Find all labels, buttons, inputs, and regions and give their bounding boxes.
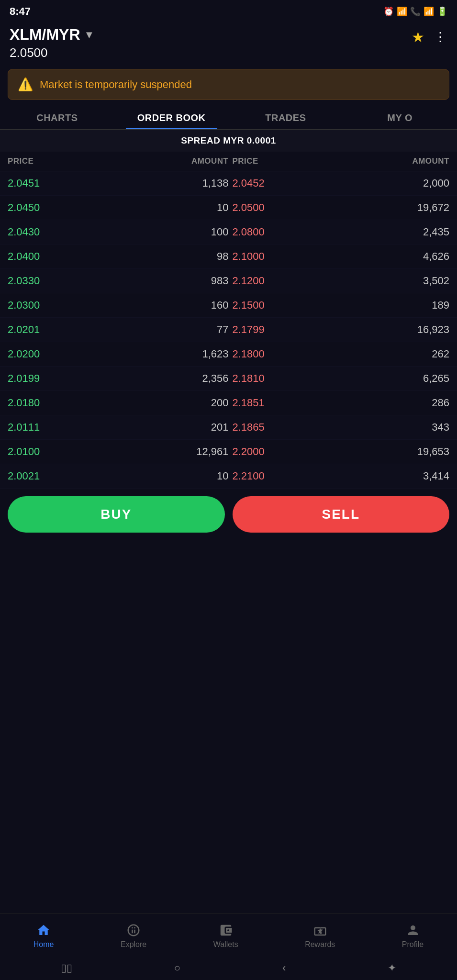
bid-amount-cell: 1,623: [118, 348, 229, 360]
nav-profile-label: Profile: [402, 940, 424, 949]
table-row[interactable]: 2.0330 983 2.1200 3,502: [0, 269, 457, 293]
ask-price-cell: 2.0452: [229, 177, 339, 189]
table-row[interactable]: 2.0200 1,623 2.1800 262: [0, 342, 457, 367]
bid-price-cell: 2.0199: [8, 372, 118, 385]
ask-price-cell: 2.2100: [229, 470, 339, 482]
home-button[interactable]: ○: [174, 962, 180, 974]
tab-trades[interactable]: TRADES: [229, 105, 343, 129]
assist-button[interactable]: ✦: [388, 962, 396, 974]
more-options-icon[interactable]: ⋮: [434, 30, 447, 45]
pair-label: XLM/MYR: [10, 26, 80, 44]
table-row[interactable]: 2.0100 12,961 2.2000 19,653: [0, 440, 457, 464]
status-time: 8:47: [10, 5, 31, 18]
ask-amount-cell: 2,435: [339, 226, 449, 238]
bid-amount-header: AMOUNT: [118, 156, 229, 166]
back-button[interactable]: ‹: [282, 962, 286, 974]
table-row[interactable]: 2.0201 77 2.1799 16,923: [0, 318, 457, 342]
bid-amount-cell: 10: [118, 470, 229, 482]
table-row[interactable]: 2.0450 10 2.0500 19,672: [0, 196, 457, 220]
nav-rewards-label: Rewards: [305, 940, 335, 949]
bid-price-header: PRICE: [8, 156, 118, 166]
tab-myorders[interactable]: MY O: [343, 105, 457, 129]
table-row[interactable]: 2.0111 201 2.1865 343: [0, 415, 457, 440]
bottom-nav: Home Explore Wallets Rewards Profile: [0, 913, 457, 956]
nav-rewards[interactable]: Rewards: [305, 923, 335, 949]
bid-amount-cell: 1,138: [118, 177, 229, 189]
rewards-icon: [313, 923, 327, 937]
table-row[interactable]: 2.0430 100 2.0800 2,435: [0, 220, 457, 245]
bid-amount-cell: 12,961: [118, 445, 229, 458]
tabs-bar: CHARTS ORDER BOOK TRADES MY O: [0, 105, 457, 130]
ask-price-cell: 2.2000: [229, 445, 339, 458]
table-row[interactable]: 2.0180 200 2.1851 286: [0, 391, 457, 415]
ask-amount-cell: 262: [339, 348, 449, 360]
status-icons: ⏰ 📶 📞 📶 🔋: [383, 6, 447, 17]
tab-orderbook[interactable]: ORDER BOOK: [114, 105, 229, 129]
bid-price-cell: 2.0200: [8, 348, 118, 360]
bid-price-cell: 2.0021: [8, 470, 118, 482]
bid-amount-cell: 10: [118, 201, 229, 214]
table-row[interactable]: 2.0021 10 2.2100 3,414: [0, 464, 457, 489]
bid-price-cell: 2.0450: [8, 201, 118, 214]
bid-amount-cell: 200: [118, 397, 229, 409]
alert-message: Market is temporarily suspended: [40, 78, 192, 91]
bid-amount-cell: 77: [118, 323, 229, 336]
ask-amount-cell: 189: [339, 299, 449, 312]
ask-price-cell: 2.1851: [229, 397, 339, 409]
ask-price-cell: 2.1500: [229, 299, 339, 312]
buy-button[interactable]: BUY: [8, 496, 225, 533]
nav-home[interactable]: Home: [33, 923, 54, 949]
pair-name[interactable]: XLM/MYR ▼: [10, 26, 94, 44]
nav-home-label: Home: [33, 940, 54, 949]
ask-amount-cell: 3,502: [339, 275, 449, 287]
ask-amount-cell: 4,626: [339, 250, 449, 263]
table-row[interactable]: 2.0300 160 2.1500 189: [0, 293, 457, 318]
header: XLM/MYR ▼ 2.0500 ★ ⋮: [0, 21, 457, 67]
order-book-rows: 2.0451 1,138 2.0452 2,000 2.0450 10 2.05…: [0, 171, 457, 489]
ask-amount-cell: 16,923: [339, 323, 449, 336]
chevron-down-icon: ▼: [84, 29, 95, 41]
ask-price-header: PRICE: [229, 156, 339, 166]
battery-icon: 🔋: [437, 6, 447, 17]
bid-amount-cell: 100: [118, 226, 229, 238]
profile-icon: [406, 923, 420, 937]
table-row[interactable]: 2.0451 1,138 2.0452 2,000: [0, 171, 457, 196]
ask-amount-cell: 3,414: [339, 470, 449, 482]
pair-price: 2.0500: [10, 45, 94, 60]
ask-price-cell: 2.1000: [229, 250, 339, 263]
alarm-icon: ⏰: [383, 6, 394, 17]
status-bar: 8:47 ⏰ 📶 📞 📶 🔋: [0, 0, 457, 21]
order-book-header: PRICE AMOUNT PRICE AMOUNT: [0, 152, 457, 171]
bid-price-cell: 2.0180: [8, 397, 118, 409]
nav-wallets[interactable]: Wallets: [213, 923, 238, 949]
nav-explore[interactable]: Explore: [121, 923, 146, 949]
nav-profile[interactable]: Profile: [402, 923, 424, 949]
favorite-icon[interactable]: ★: [412, 29, 424, 45]
ask-price-cell: 2.0800: [229, 226, 339, 238]
spread-row: SPREAD MYR 0.0001: [0, 130, 457, 152]
bid-amount-cell: 98: [118, 250, 229, 263]
bid-price-cell: 2.0430: [8, 226, 118, 238]
pair-info: XLM/MYR ▼ 2.0500: [10, 26, 94, 60]
bid-amount-cell: 983: [118, 275, 229, 287]
signal-icon: 📶: [424, 6, 434, 17]
header-actions: ★ ⋮: [412, 26, 447, 45]
nav-wallets-label: Wallets: [213, 940, 238, 949]
home-icon: [36, 923, 51, 937]
tab-charts[interactable]: CHARTS: [0, 105, 114, 129]
bid-price-cell: 2.0300: [8, 299, 118, 312]
wifi-icon: 📶: [397, 6, 407, 17]
ask-amount-cell: 343: [339, 421, 449, 434]
ask-amount-cell: 286: [339, 397, 449, 409]
bid-amount-cell: 2,356: [118, 372, 229, 385]
table-row[interactable]: 2.0199 2,356 2.1810 6,265: [0, 367, 457, 391]
ask-price-cell: 2.1200: [229, 275, 339, 287]
table-row[interactable]: 2.0400 98 2.1000 4,626: [0, 245, 457, 269]
order-book: PRICE AMOUNT PRICE AMOUNT 2.0451 1,138 2…: [0, 152, 457, 489]
action-buttons: BUY SELL: [0, 489, 457, 540]
sell-button[interactable]: SELL: [233, 496, 450, 533]
bid-amount-cell: 201: [118, 421, 229, 434]
recent-apps-button[interactable]: ▯▯: [61, 962, 72, 974]
ask-price-cell: 2.0500: [229, 201, 339, 214]
bid-price-cell: 2.0400: [8, 250, 118, 263]
